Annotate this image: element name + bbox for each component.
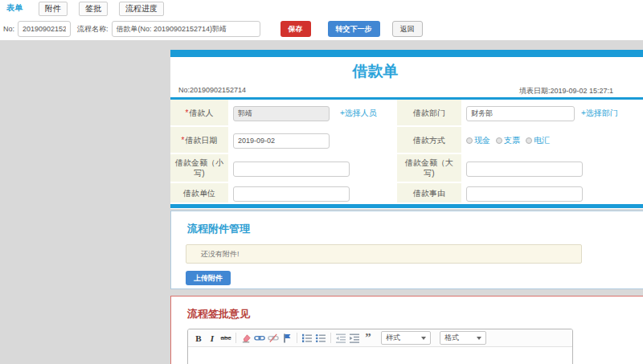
bold-button[interactable]: B <box>193 332 204 345</box>
styles-select-label: 样式 <box>386 333 400 343</box>
attachments-panel: 流程附件管理 还没有附件! 上传附件 <box>170 211 643 289</box>
remove-format-button[interactable] <box>240 332 252 345</box>
loan-reason-input[interactable] <box>466 186 583 202</box>
radio-wire-transfer[interactable]: 电汇 <box>526 135 550 146</box>
select-department-link[interactable]: +选择部门 <box>581 108 618 119</box>
department-input[interactable] <box>466 106 575 121</box>
styles-select[interactable]: 样式 <box>381 331 431 345</box>
department-field: +选择部门 <box>461 100 643 127</box>
borrower-field: +选择人员 <box>228 100 397 127</box>
loan-unit-field <box>228 183 397 204</box>
amount-lowercase-input[interactable] <box>233 162 350 177</box>
remove-format-icon <box>241 333 252 343</box>
link-icon <box>254 333 265 343</box>
required-asterisk: * <box>182 136 185 145</box>
toolbar-separator <box>330 333 331 343</box>
upload-attachment-button[interactable]: 上传附件 <box>186 271 231 285</box>
indent-icon <box>349 333 360 343</box>
radio-cash[interactable]: 现金 <box>466 135 490 146</box>
numbered-list-button[interactable] <box>301 332 313 345</box>
signoff-panel: 流程签批意见 B I abc ” 样式 <box>170 296 643 364</box>
unlink-button[interactable] <box>268 332 279 345</box>
form-title-row: 借款单 <box>170 57 580 86</box>
process-name-input[interactable] <box>112 21 260 37</box>
department-label: 借款部门 <box>397 100 461 127</box>
form-fill-date-text: 填表日期:2019-09-02 15:27:1 <box>519 86 613 96</box>
format-select[interactable]: 格式 <box>440 331 486 345</box>
chevron-down-icon <box>477 337 481 340</box>
numbered-list-icon <box>301 333 313 343</box>
loan-unit-label: 借款单位 <box>170 183 228 204</box>
bullet-list-button[interactable] <box>315 332 326 345</box>
required-asterisk: * <box>186 108 189 117</box>
loan-date-label: *借款日期 <box>170 127 228 154</box>
chevron-down-icon <box>421 337 426 340</box>
loan-unit-input[interactable] <box>233 186 350 202</box>
format-select-label: 格式 <box>444 333 459 343</box>
back-button[interactable]: 返回 <box>392 21 423 37</box>
borrower-input[interactable] <box>233 106 330 121</box>
toolbar: No: 流程名称: 保存 转交下一步 返回 <box>0 18 643 40</box>
forward-next-step-button[interactable]: 转交下一步 <box>328 21 380 37</box>
panel-bottom-bar <box>170 204 643 208</box>
tab-attachments[interactable]: 附件 <box>39 2 68 16</box>
borrower-label: *借款人 <box>170 100 228 127</box>
editor-toolbar: B I abc ” 样式 格式 <box>188 329 572 347</box>
amount-uppercase-field <box>461 154 643 183</box>
italic-button[interactable]: I <box>207 332 218 345</box>
anchor-flag-button[interactable] <box>281 332 293 345</box>
amount-lowercase-label: 借款金额（小写) <box>170 154 228 183</box>
no-attachments-alert: 还没有附件! <box>186 244 582 264</box>
radio-circle-icon <box>526 137 532 144</box>
bullet-list-icon <box>315 333 326 343</box>
page-background: 借款单 No:20190902152714 填表日期:2019-09-02 15… <box>0 40 643 364</box>
loan-reason-field <box>461 183 643 204</box>
attachments-heading: 流程附件管理 <box>171 211 643 236</box>
indent-button[interactable] <box>349 332 360 345</box>
loan-method-field: 现金 支票 电汇 <box>461 127 643 154</box>
amount-uppercase-input[interactable] <box>466 162 583 177</box>
tab-form[interactable]: 表单 <box>2 2 27 16</box>
radio-cheque[interactable]: 支票 <box>496 135 520 146</box>
tab-bar: 表单 附件 签批 流程进度 <box>0 0 643 18</box>
radio-circle-icon <box>466 137 473 144</box>
form-number-text: No:20190902152714 <box>178 86 246 94</box>
blockquote-button[interactable]: ” <box>362 332 374 345</box>
rich-text-editor: B I abc ” 样式 格式 <box>187 329 573 364</box>
loan-method-label: 借款方式 <box>397 127 461 154</box>
tab-process-progress[interactable]: 流程进度 <box>119 2 164 16</box>
signoff-heading: 流程签批意见 <box>171 297 643 321</box>
loan-form-grid: *借款人 +选择人员 借款部门 +选择部门 *借款日期 借款方式 现金 支票 电… <box>170 100 643 204</box>
save-button[interactable]: 保存 <box>281 21 311 37</box>
no-input[interactable] <box>18 21 71 37</box>
toolbar-separator <box>297 333 297 343</box>
no-label: No: <box>3 25 14 33</box>
loan-form-panel: 借款单 No:20190902152714 填表日期:2019-09-02 15… <box>170 50 643 209</box>
loan-reason-label: 借款事由 <box>397 183 461 204</box>
form-meta-row: No:20190902152714 填表日期:2019-09-02 15:27:… <box>170 86 643 97</box>
loan-date-input[interactable] <box>233 133 330 149</box>
unlink-icon <box>268 333 279 343</box>
flag-icon <box>282 333 292 343</box>
amount-uppercase-label: 借款金额（大写) <box>397 154 461 183</box>
amount-lowercase-field <box>228 154 397 183</box>
link-button[interactable] <box>254 332 265 345</box>
process-name-label: 流程名称: <box>77 24 109 35</box>
tab-approval[interactable]: 签批 <box>79 2 108 16</box>
editor-content-area[interactable] <box>188 347 572 364</box>
strikethrough-button[interactable]: abc <box>220 332 231 345</box>
outdent-button[interactable] <box>335 332 346 345</box>
outdent-icon <box>335 333 346 343</box>
toolbar-separator <box>235 333 236 343</box>
panel-top-bar <box>170 50 643 57</box>
radio-circle-icon <box>496 137 502 144</box>
select-person-link[interactable]: +选择人员 <box>340 108 377 119</box>
loan-date-field <box>228 127 397 154</box>
form-title: 借款单 <box>353 61 399 82</box>
